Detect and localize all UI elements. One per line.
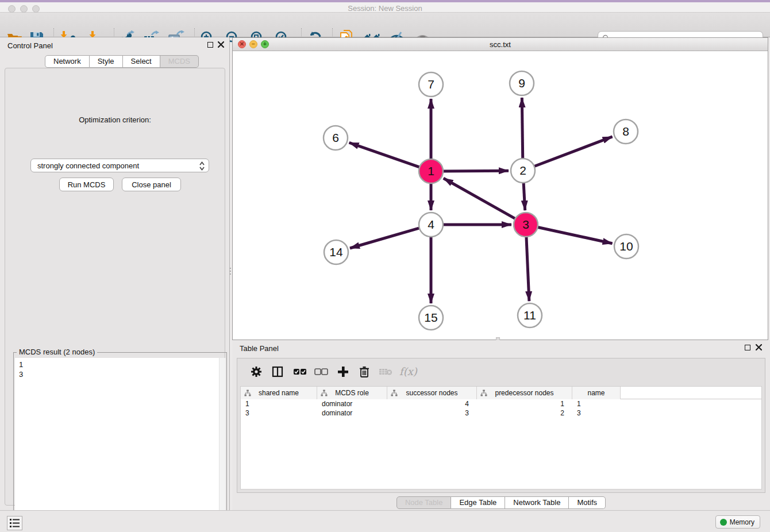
graph-edge-4-14[interactable] (350, 228, 421, 248)
table-cell[interactable]: 3 (387, 408, 477, 418)
columns-icon (272, 366, 283, 377)
graph-node-14[interactable]: 14 (324, 240, 348, 264)
table-cell[interactable]: 1 (477, 399, 572, 408)
table-cell[interactable]: 3 (572, 408, 621, 418)
control-panel-title: Control Panel (7, 41, 53, 50)
tab-node-table[interactable]: Node Table (396, 496, 452, 509)
table-panel-title: Table Panel (240, 344, 279, 353)
column-header-predecessor-nodes[interactable]: predecessor nodes (477, 387, 572, 399)
column-header-successor-nodes[interactable]: successor nodes (387, 387, 477, 399)
optimization-criterion-select[interactable]: strongly connected component (30, 159, 209, 172)
table-cell[interactable]: dominator (317, 399, 387, 408)
control-panel-tabs: Network Style Select MCDS (45, 55, 199, 68)
graph-node-label: 9 (518, 76, 525, 90)
tab-select[interactable]: Select (123, 55, 160, 68)
tab-edge-table[interactable]: Edge Table (451, 496, 505, 509)
graph-edge-2-9[interactable] (522, 98, 522, 160)
svg-text:f(x): f(x) (399, 365, 418, 377)
table-panel-content: f(x) shared nameMCDS rolesuccessor nodes… (237, 358, 765, 493)
tab-mcds[interactable]: MCDS (160, 55, 199, 68)
graph-node-4[interactable]: 4 (419, 213, 443, 237)
memory-label: Memory (730, 518, 754, 526)
graph-edge-1-6[interactable] (349, 142, 421, 167)
select-all-icon (293, 368, 307, 375)
table-cell[interactable]: 1 (572, 399, 621, 408)
tab-style[interactable]: Style (90, 55, 123, 68)
delete-table-button[interactable] (377, 363, 394, 380)
result-line: 1 (15, 358, 225, 369)
graph-node-label: 7 (428, 78, 434, 91)
delete-table-icon (379, 367, 392, 376)
graph-edge-3-10[interactable] (537, 227, 613, 244)
close-panel-button[interactable]: Close panel (122, 178, 181, 191)
node-table[interactable]: shared nameMCDS rolesuccessor nodesprede… (240, 386, 762, 489)
graph-node-9[interactable]: 9 (510, 71, 534, 95)
column-header-label: MCDS role (335, 389, 369, 397)
mcds-panel: Optimization criterion: strongly connect… (5, 68, 225, 506)
table-cell[interactable]: 4 (387, 399, 477, 408)
graph-node-label: 3 (522, 218, 529, 231)
column-header-label: shared name (259, 389, 299, 397)
mcds-result-textarea[interactable]: 13 (15, 358, 225, 532)
optimization-criterion-value: strongly connected component (37, 161, 139, 170)
column-header-MCDS-role[interactable]: MCDS role (317, 387, 387, 399)
hierarchy-icon (391, 390, 398, 396)
graph-node-label: 15 (424, 311, 437, 324)
tab-network[interactable]: Network (45, 55, 90, 68)
table-cell[interactable]: 1 (241, 399, 317, 408)
show-columns-button[interactable] (269, 363, 286, 380)
delete-column-button[interactable] (356, 363, 373, 380)
table-toolbar: f(x) (237, 358, 765, 384)
mcds-result-title: MCDS result (2 nodes) (17, 348, 97, 356)
gear-icon (251, 366, 262, 377)
graph-node-10[interactable]: 10 (614, 234, 638, 259)
network-canvas[interactable]: 1234678910111415 (233, 51, 768, 340)
column-header-shared-name[interactable]: shared name (241, 387, 317, 399)
tab-motifs[interactable]: Motifs (569, 496, 606, 509)
graph-edge-1-2[interactable] (442, 171, 509, 171)
create-column-button[interactable] (334, 363, 352, 380)
graph-node-1[interactable]: 1 (419, 159, 443, 183)
table-settings-button[interactable] (248, 363, 265, 380)
network-window-title: scc.txt (233, 40, 768, 49)
trash-icon (359, 366, 369, 377)
table-row[interactable]: 1dominator411 (241, 399, 761, 408)
task-history-button[interactable] (7, 516, 22, 530)
run-mcds-button[interactable]: Run MCDS (59, 178, 114, 191)
tab-network-table[interactable]: Network Table (505, 496, 569, 509)
close-panel-icon[interactable] (218, 41, 224, 48)
table-header-row: shared nameMCDS rolesuccessor nodesprede… (241, 387, 761, 399)
control-panel: Control Panel Network Style Select MCDS … (0, 37, 230, 510)
graph-edge-2-3[interactable] (523, 182, 525, 210)
splitter-grip[interactable] (229, 268, 232, 277)
optimization-criterion-label: Optimization criterion: (5, 115, 225, 124)
graph-node-label: 2 (519, 164, 526, 177)
graph-node-8[interactable]: 8 (614, 119, 638, 144)
graph-node-15[interactable]: 15 (419, 306, 443, 330)
mcds-result-lines: 13 (15, 358, 225, 379)
result-scrollbar[interactable] (219, 358, 225, 532)
table-cell[interactable]: 3 (241, 408, 317, 418)
float-panel-icon[interactable] (207, 42, 213, 48)
graph-node-2[interactable]: 2 (511, 159, 535, 183)
graph-edge-3-1[interactable] (444, 178, 517, 219)
column-header-name[interactable]: name (572, 387, 621, 399)
memory-button[interactable]: Memory (715, 515, 760, 529)
graph-node-7[interactable]: 7 (419, 72, 443, 97)
graph-node-6[interactable]: 6 (324, 126, 348, 150)
result-line: 3 (15, 369, 225, 379)
table-row[interactable]: 3dominator323 (241, 408, 761, 418)
close-table-panel-icon[interactable] (756, 344, 762, 350)
graph-node-11[interactable]: 11 (518, 303, 542, 327)
unselect-all-columns-button[interactable] (313, 363, 330, 380)
graph-edge-2-8[interactable] (533, 137, 613, 167)
table-cell[interactable]: 2 (477, 408, 572, 418)
graph-edge-3-11[interactable] (526, 236, 529, 301)
column-header-label: predecessor nodes (495, 389, 553, 397)
graph-node-3[interactable]: 3 (514, 213, 538, 237)
float-table-panel-icon[interactable] (745, 345, 750, 350)
table-cell[interactable]: dominator (317, 408, 387, 418)
graph-node-label: 11 (523, 309, 536, 322)
function-builder-button[interactable]: f(x) (398, 363, 415, 380)
select-all-columns-button[interactable] (291, 363, 309, 380)
